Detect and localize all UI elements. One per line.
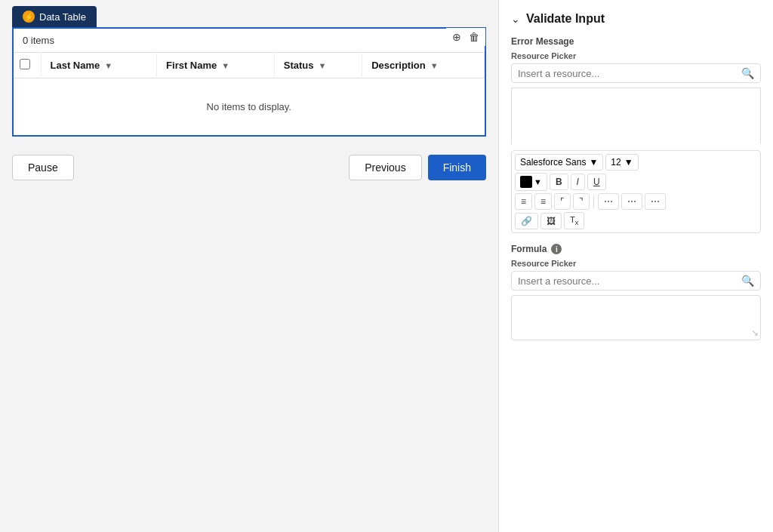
formula-label: Formula i — [511, 244, 761, 254]
lightning-icon: ⚡ — [23, 11, 35, 23]
rich-text-content-area[interactable] — [511, 88, 761, 144]
underline-button[interactable]: U — [587, 174, 606, 190]
resource-picker-input-wrapper-1[interactable]: 🔍 — [511, 63, 761, 83]
search-icon-1: 🔍 — [741, 67, 754, 79]
delete-icon[interactable]: 🗑 — [466, 29, 482, 45]
section-title: Validate Input — [526, 12, 605, 26]
indent-decrease-button[interactable]: ⌜ — [554, 193, 571, 210]
sort-icon-status: ▼ — [318, 61, 326, 70]
rich-text-toolbar: Salesforce Sans ▼ 12 ▼ ▼ B I U — [511, 150, 761, 233]
resource-picker-1: Resource Picker 🔍 — [511, 51, 761, 83]
font-size-select[interactable]: 12 ▼ — [605, 154, 638, 171]
resource-picker-input-wrapper-2[interactable]: 🔍 — [511, 271, 761, 291]
left-panel: ⚡ Data Table ⊕ 🗑 0 items Last Name ▼ — [0, 0, 498, 532]
previous-button[interactable]: Previous — [349, 155, 421, 180]
toolbar-divider — [593, 195, 594, 208]
error-message-label: Error Message — [511, 36, 761, 47]
col-status[interactable]: Status ▼ — [274, 53, 362, 78]
chevron-down-icon-size: ▼ — [624, 157, 633, 168]
info-icon: i — [551, 244, 562, 254]
font-family-select[interactable]: Salesforce Sans ▼ — [515, 154, 603, 171]
resource-picker-input-2[interactable] — [518, 275, 741, 287]
align-left-button[interactable]: ⋯ — [598, 193, 619, 210]
pause-button[interactable]: Pause — [12, 155, 74, 180]
font-toolbar-row: Salesforce Sans ▼ 12 ▼ — [515, 154, 757, 171]
empty-message: No items to display. — [14, 78, 485, 135]
sort-icon-description: ▼ — [430, 61, 439, 70]
nav-buttons: Previous Finish — [349, 155, 486, 180]
color-picker-button[interactable]: ▼ — [515, 173, 547, 191]
italic-button[interactable]: I — [571, 174, 585, 190]
top-bar: ⚡ Data Table — [0, 0, 498, 27]
resource-picker-input-1[interactable] — [518, 68, 741, 79]
finish-button[interactable]: Finish — [428, 155, 486, 180]
format-toolbar-row-3: 🔗 🖼 Tx — [515, 212, 757, 229]
resource-picker-label-1: Resource Picker — [511, 51, 761, 60]
format-toolbar-row-2: ≡ ≡ ⌜ ⌝ ⋯ ⋯ ⋯ — [515, 193, 757, 210]
checkbox-header[interactable] — [14, 53, 41, 78]
item-count: 0 items — [14, 29, 485, 52]
sort-icon-firstname: ▼ — [221, 61, 229, 70]
data-table: Last Name ▼ First Name ▼ Status ▼ — [14, 52, 485, 135]
ordered-list-button[interactable]: ≡ — [534, 193, 552, 210]
select-all-checkbox[interactable] — [20, 59, 30, 69]
resize-handle: ↘ — [751, 328, 759, 338]
chevron-down-icon-font: ▼ — [589, 157, 598, 168]
align-right-button[interactable]: ⋯ — [645, 193, 666, 210]
search-icon-2: 🔍 — [741, 275, 754, 287]
sort-icon-lastname: ▼ — [104, 61, 112, 70]
bold-button[interactable]: B — [550, 174, 568, 190]
align-center-button[interactable]: ⋯ — [621, 193, 642, 210]
formula-text-area[interactable]: ↘ — [511, 295, 761, 340]
image-button[interactable]: 🖼 — [540, 213, 562, 229]
bottom-buttons: Pause Previous Finish — [0, 143, 498, 192]
right-panel: ⌄ Validate Input Error Message Resource … — [498, 0, 773, 532]
section-header: ⌄ Validate Input — [511, 12, 761, 26]
table-toolbar: ⊕ 🗑 — [446, 28, 485, 46]
col-last-name[interactable]: Last Name ▼ — [41, 53, 157, 78]
chevron-down-icon: ⌄ — [511, 13, 520, 25]
data-table-tab[interactable]: ⚡ Data Table — [12, 6, 97, 27]
color-swatch — [520, 176, 532, 188]
link-button[interactable]: 🔗 — [515, 213, 538, 229]
format-toolbar-row-1: ▼ B I U — [515, 173, 757, 191]
tab-label: Data Table — [39, 11, 86, 23]
rich-text-editor: Salesforce Sans ▼ 12 ▼ ▼ B I U — [511, 88, 761, 233]
resource-picker-2: Resource Picker 🔍 ↘ — [511, 259, 761, 340]
clear-format-button[interactable]: Tx — [564, 212, 584, 229]
col-description[interactable]: Description ▼ — [362, 53, 485, 78]
chevron-down-icon-color: ▼ — [534, 177, 542, 186]
indent-increase-button[interactable]: ⌝ — [573, 193, 590, 210]
table-container: ⊕ 🗑 0 items Last Name ▼ — [12, 27, 486, 137]
col-first-name[interactable]: First Name ▼ — [157, 53, 275, 78]
resource-picker-label-2: Resource Picker — [511, 259, 761, 268]
unordered-list-button[interactable]: ≡ — [515, 193, 532, 210]
move-icon[interactable]: ⊕ — [449, 29, 464, 45]
